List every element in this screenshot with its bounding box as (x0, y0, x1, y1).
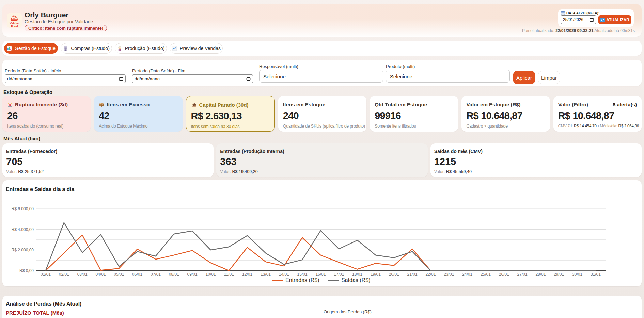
svg-text:21/01: 21/01 (407, 272, 418, 277)
svg-text:27/01: 27/01 (517, 272, 528, 277)
svg-text:12/01: 12/01 (242, 272, 252, 277)
svg-text:26/01: 26/01 (499, 272, 509, 277)
svg-text:13/01: 13/01 (261, 272, 271, 277)
svg-text:07/01: 07/01 (151, 272, 161, 277)
svg-text:28/01: 28/01 (535, 272, 546, 277)
svg-text:Entradas (R$): Entradas (R$) (285, 277, 319, 283)
svg-text:10/01: 10/01 (205, 272, 216, 277)
svg-text:08/01: 08/01 (169, 272, 179, 277)
svg-text:30/01: 30/01 (572, 272, 582, 277)
svg-text:02/01: 02/01 (59, 272, 69, 277)
svg-text:03/01: 03/01 (77, 272, 88, 277)
svg-text:05/01: 05/01 (114, 272, 124, 277)
svg-text:25/01: 25/01 (481, 272, 491, 277)
svg-text:24/01: 24/01 (462, 272, 472, 277)
svg-text:22/01: 22/01 (425, 272, 436, 277)
svg-text:R$ 6.000,00: R$ 6.000,00 (12, 206, 34, 211)
svg-text:20/01: 20/01 (389, 272, 399, 277)
svg-text:18/01: 18/01 (352, 272, 362, 277)
svg-text:06/01: 06/01 (132, 272, 142, 277)
svg-text:14/01: 14/01 (279, 272, 289, 277)
svg-text:R$ 2.000,00: R$ 2.000,00 (12, 248, 34, 252)
svg-text:23/01: 23/01 (444, 272, 454, 277)
svg-text:16/01: 16/01 (315, 272, 326, 277)
svg-text:29/01: 29/01 (554, 272, 564, 277)
svg-text:04/01: 04/01 (95, 272, 106, 277)
svg-text:31/01: 31/01 (591, 272, 601, 277)
svg-text:19/01: 19/01 (371, 272, 381, 277)
svg-text:Saídas (R$): Saídas (R$) (341, 277, 370, 283)
svg-text:11/01: 11/01 (224, 272, 234, 277)
svg-text:15/01: 15/01 (297, 272, 308, 277)
svg-text:01/01: 01/01 (41, 272, 51, 277)
svg-text:17/01: 17/01 (334, 272, 344, 277)
svg-text:R$ 0,00: R$ 0,00 (19, 268, 34, 273)
svg-text:09/01: 09/01 (187, 272, 198, 277)
svg-text:R$ 4.000,00: R$ 4.000,00 (12, 227, 34, 232)
